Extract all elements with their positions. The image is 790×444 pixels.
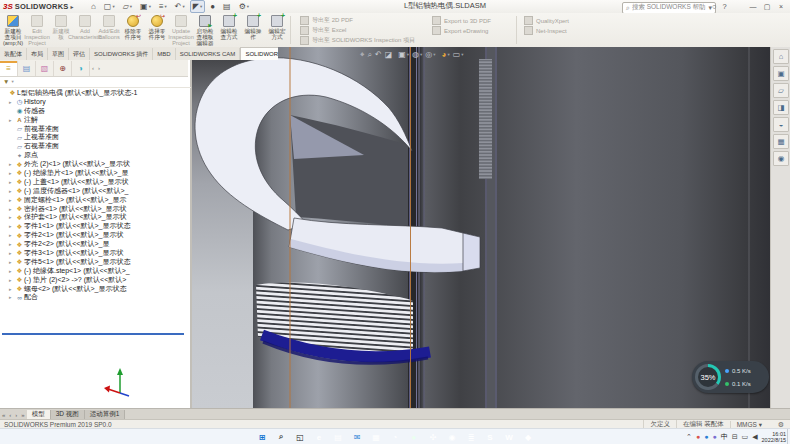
headsup-tool[interactable]: ▭ ▾ [453,50,464,59]
cast-display-icon[interactable]: ▭ [742,432,749,442]
export-menu-item[interactable]: 导出至 2D PDF [300,16,415,25]
command-tab[interactable]: 布局 [27,48,48,60]
panel-tab[interactable]: ▤ [18,61,36,76]
command-tab[interactable]: 评估 [69,48,90,60]
feature-tree-item[interactable]: ▸ 密封器<1> (默认<<默认>_显示状 [0,205,188,214]
headsup-tool[interactable]: ⌕ ▾ [368,50,372,60]
quick-tool-button[interactable]: ▢ ▾ [101,0,118,13]
ribbon-button[interactable]: 启动检 查模板 编辑器 [193,14,217,47]
tree-filter-bar[interactable]: ▼ ▾ [0,76,191,88]
feature-tree-item[interactable]: ▸ 保护套<1> (默认<<默认>_显示状 [0,213,188,222]
taskbar-app-button[interactable]: ⊞ [255,431,270,444]
ime-language-icon[interactable]: 中 [721,432,728,442]
command-tab[interactable]: SOLIDWORKS Inspection [240,47,278,60]
command-tab[interactable]: MBD [153,48,175,60]
tray-shield-icon[interactable]: ● [712,432,716,442]
dropdown-caret-icon[interactable]: ▾ [165,4,167,9]
taskbar-app-button[interactable]: S [483,431,498,444]
task-pane-button[interactable]: ◨ [773,100,789,115]
task-pane-button[interactable]: ⌂ [773,49,789,64]
headsup-tool[interactable]: ▣ ▾ [398,50,409,59]
dropdown-caret-icon[interactable]: ▾ [183,4,185,9]
headsup-tool[interactable]: ◪ ▾ [385,50,393,59]
feature-tree-item[interactable]: ▸ 配合 [0,293,188,302]
taskbar-app-button[interactable]: ◉ [445,431,460,444]
feature-tree-item[interactable]: ▸ 前视基准面 [0,125,188,134]
menu-flyout-icon[interactable]: ▸ [70,3,73,10]
feature-tree-item[interactable]: ▸ (-) 垫片 (2)<2> ->? (默认<<默认> [0,276,188,285]
document-tab[interactable]: 模型 [27,410,51,420]
command-tab[interactable]: 草图 [48,48,69,60]
tree-end-bar[interactable] [2,333,184,335]
graphics-viewport[interactable] [190,47,770,408]
dropdown-caret-icon[interactable]: ▾ [149,4,151,9]
ribbon-button[interactable]: Update Inspection Project [169,14,193,47]
feature-tree-item[interactable]: ▸ (-) 温度传感器<1> (默认<<默认>_ [0,187,188,196]
close-button-icon[interactable]: × [774,3,788,10]
task-pane-button[interactable]: ▱ [773,83,789,98]
feature-tree-item[interactable]: ▸ 螺母<2> (默认<<默认>_显示状态 [0,285,188,294]
headsup-tool[interactable]: ↶ ▾ [375,50,382,59]
document-tab[interactable]: 3D 视图 [51,410,85,420]
ribbon-button[interactable]: 编辑操 作 [241,14,265,47]
panel-tab[interactable]: ⊕ [54,61,72,76]
quick-tool-button[interactable]: ◤ ▾ [190,0,205,13]
ribbon-button[interactable]: 编辑检 查方式 [217,14,241,47]
feature-tree-item[interactable]: ▸ (-) 绝缘体.step<1> (默认<<默认>_ [0,267,188,276]
ribbon-button[interactable]: 编辑宏 方式 [265,14,289,47]
command-tab[interactable]: SOLIDWORKS CAM [176,48,241,60]
ribbon-button[interactable]: 移除零 件序号 [121,14,145,47]
command-tab[interactable]: SOLIDWORKS 插件 [90,48,153,60]
ribbon-button[interactable]: Add Characteristic [73,14,97,47]
taskbar-app-button[interactable]: ▤ [331,431,346,444]
feature-tree-item[interactable]: ▸ 传感器 [0,107,188,116]
tab-scroll-icon[interactable]: » [19,412,26,418]
feature-tree-item[interactable]: ▸ 右视基准面 [0,142,188,151]
headsup-tool[interactable]: ◕ ▾ [442,50,450,59]
ribbon-button[interactable]: 新建检 查项目 (amp;N) [1,14,25,47]
dropdown-caret-icon[interactable]: ▾ [461,52,463,57]
feature-tree-item[interactable]: ▸ 零件5<1> (默认<<默认>_显示状态 [0,258,188,267]
taskbar-app-button[interactable]: W [502,431,517,444]
feature-tree-item[interactable]: ▸ 零件2<2> (默认<<默认>_显 [0,240,188,249]
document-tab[interactable]: 运动算例1 [85,410,126,420]
export-menu-item[interactable]: 导出至 Excel [300,26,415,35]
dropdown-caret-icon[interactable]: ▾ [433,52,435,57]
dropdown-caret-icon[interactable]: ▾ [407,52,409,57]
ime-mode-icon[interactable]: ⊟ [732,432,738,442]
feature-tree-item[interactable]: ▸ 零件1<1> (默认<<默认>_显示状态 [0,222,188,231]
panel-tab[interactable]: ▧ [36,61,54,76]
task-pane-button[interactable]: ▦ [773,134,789,149]
dropdown-caret-icon[interactable]: ▾ [247,4,249,9]
feature-tree-item[interactable]: ▸ 固定螺栓<1> (默认<<默认>_显示 [0,196,188,205]
export-menu-item[interactable]: QualityXpert [524,16,569,25]
task-pane-button[interactable]: ◒ [773,117,789,132]
taskbar-clock[interactable]: 16:01 2022/8/15 [762,429,786,444]
tab-scroll-icon[interactable]: « [0,412,7,418]
right-cylinder-body[interactable] [418,47,770,408]
feature-tree-item[interactable]: ▸ L型铝轴热电偶 (默认<默认_显示状态-1 [0,89,188,98]
quick-tool-button[interactable]: ▱ ▾ [120,0,135,13]
task-pane-button[interactable]: ▣ [773,66,789,81]
panel-tab-scroll-right-icon[interactable]: › [96,65,102,71]
taskbar-app-button[interactable]: ● [407,431,422,444]
headsup-tool[interactable]: ◎ ▾ [425,50,435,59]
dropdown-caret-icon[interactable]: ▾ [112,4,114,9]
feature-tree-item[interactable]: ▸ 上视基准面 [0,133,188,142]
task-pane-button[interactable]: ◉ [773,151,789,166]
ribbon-button[interactable]: Add/Edit Balloons [97,14,121,47]
taskbar-app-button[interactable]: e [312,431,327,444]
export-menu-item[interactable]: Export to 3D PDF [432,16,491,25]
feature-tree-item[interactable]: ▸ 注解 [0,116,188,125]
taskbar-app-button[interactable]: ⌕ [274,431,289,444]
export-menu-item[interactable]: Export eDrawing [432,26,491,35]
filter-funnel-icon[interactable]: ▼ [3,78,9,85]
help-icon[interactable]: ? [723,2,727,11]
tray-app-red-icon[interactable]: ● [696,432,700,442]
dropdown-caret-icon[interactable]: ▾ [420,52,422,57]
quick-tool-button[interactable]: ● ▾ [207,0,218,13]
feature-tree-item[interactable]: ▸ (-) 绝缘垫片<1> (默认<<默认>_显 [0,169,188,178]
feature-tree-item[interactable]: ▸ 零件2<1> (默认<<默认>_显示状 [0,231,188,240]
feature-tree-item[interactable]: ▸ 外壳 (2)<1> (默认<<默认>_显示状 [0,160,188,169]
export-menu-item[interactable]: 导出至 SOLIDWORKS Inspection 项目 [300,36,415,45]
